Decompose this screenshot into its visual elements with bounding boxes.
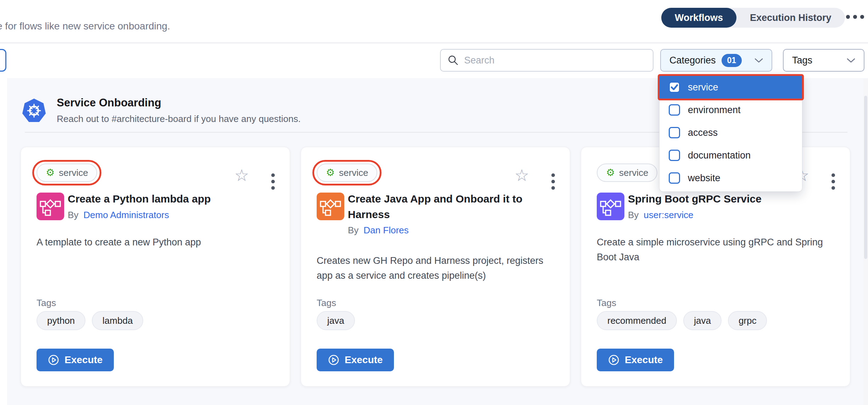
dropdown-item-service[interactable]: service [660,76,802,99]
by-label: By [68,210,78,221]
favorite-star-button[interactable]: ☆ [234,167,249,183]
chip-annotation-ring: ⚙ service [32,160,101,185]
section-subtitle: Reach out to #architecture-board if you … [57,113,301,124]
tag-chip: java [317,311,355,330]
execute-button[interactable]: Execute [597,349,674,371]
categories-dropdown: service environment access documentation… [660,74,802,192]
tag-chip: recommended [597,311,677,330]
view-tab-group: Workflows Execution History [661,8,845,28]
card-title: Spring Boot gRPC Service [628,191,836,207]
tag-chip: java [683,311,722,330]
workflows-page: e for flows like new service onboarding.… [0,0,868,405]
checkbox-unchecked[interactable] [669,172,680,184]
kebab-menu-button[interactable] [550,172,556,191]
workflow-card: ⚙ service ☆ Create Java App and Onboard … [301,147,570,387]
category-chip: ⚙ service [597,163,657,182]
gear-icon: ⚙ [606,168,615,178]
dropdown-item-documentation[interactable]: documentation [660,144,802,167]
favorite-star-button[interactable]: ☆ [514,167,529,183]
dropdown-item-label: service [688,82,718,93]
tab-execution-history[interactable]: Execution History [736,8,845,28]
dropdown-item-label: documentation [688,150,751,161]
checkbox-unchecked[interactable] [669,150,680,161]
author-link[interactable]: Dan Flores [363,225,408,236]
search-icon [448,55,458,66]
dropdown-item-access[interactable]: access [660,121,802,144]
category-chip-label: service [619,167,648,178]
dot-icon [846,15,850,19]
category-chip-label: service [339,167,368,178]
scrollbar-thumb[interactable] [864,96,867,259]
execute-button[interactable]: Execute [37,349,114,371]
categories-filter[interactable]: Categories 01 [660,49,772,72]
header-note: e for flows like new service onboarding. [0,21,170,32]
categories-count-badge: 01 [722,54,742,67]
checkbox-unchecked[interactable] [669,127,680,138]
workflow-icon [317,193,344,220]
chip-annotation-ring: ⚙ service [312,160,382,185]
dropdown-item-environment[interactable]: environment [660,99,802,121]
left-gutter [0,78,7,405]
tag-chip: grpc [728,311,767,330]
card-description: Creates new GH Repo and Harness project,… [317,254,556,283]
checkbox-checked[interactable] [669,82,680,93]
check-icon [670,83,679,91]
more-menu-button[interactable] [846,15,864,19]
dropdown-item-website[interactable]: website [660,167,802,189]
toolbar: Categories 01 Tags [0,43,868,78]
cutoff-left-button[interactable] [0,49,6,72]
tags-label: Tags [317,298,336,309]
card-title: Create Java App and Onboard it to Harnes… [348,191,556,222]
workflow-icon [597,193,624,220]
by-label: By [348,225,358,236]
tab-workflows[interactable]: Workflows [661,8,736,28]
workflow-card: ⚙ service ☆ Create a Python lambda app B… [21,147,290,387]
chevron-down-icon [847,58,855,63]
by-label: By [628,210,639,221]
dot-icon [853,15,857,19]
execute-button[interactable]: Execute [317,349,394,371]
play-icon [48,354,59,366]
search-input[interactable] [464,55,646,66]
dropdown-item-label: access [688,127,718,138]
kebab-menu-button[interactable] [270,172,276,191]
chevron-down-icon [755,58,763,63]
categories-label: Categories [669,55,716,66]
author-link[interactable]: user:service [644,210,693,221]
dropdown-item-label: environment [688,105,741,116]
page-header: e for flows like new service onboarding.… [0,0,868,43]
workflow-icon [37,193,64,220]
dot-icon [860,15,864,19]
tag-chip: lambda [92,311,143,330]
tags-filter[interactable]: Tags [783,49,864,72]
play-icon [328,354,339,366]
kubernetes-icon [22,98,46,123]
tags-label: Tags [597,298,616,309]
card-description: A template to create a new Python app [37,235,276,250]
tags-filter-label: Tags [792,55,812,66]
category-chip: ⚙ service [37,163,97,182]
section-title: Service Onboarding [57,96,161,109]
kebab-menu-button[interactable] [830,172,836,191]
tags-label: Tags [37,298,56,309]
tag-chip: python [37,311,85,330]
checkbox-unchecked[interactable] [669,104,680,116]
category-chip: ⚙ service [317,163,377,182]
card-description: Create a simple microservice using gRPC … [597,235,836,265]
search-box [440,49,653,72]
category-chip-label: service [59,167,88,178]
gear-icon: ⚙ [46,168,55,178]
play-icon [608,354,619,366]
dropdown-item-label: website [688,173,720,184]
gear-icon: ⚙ [326,168,335,178]
card-title: Create a Python lambda app [68,191,276,207]
author-link[interactable]: Demo Administrators [83,210,169,221]
